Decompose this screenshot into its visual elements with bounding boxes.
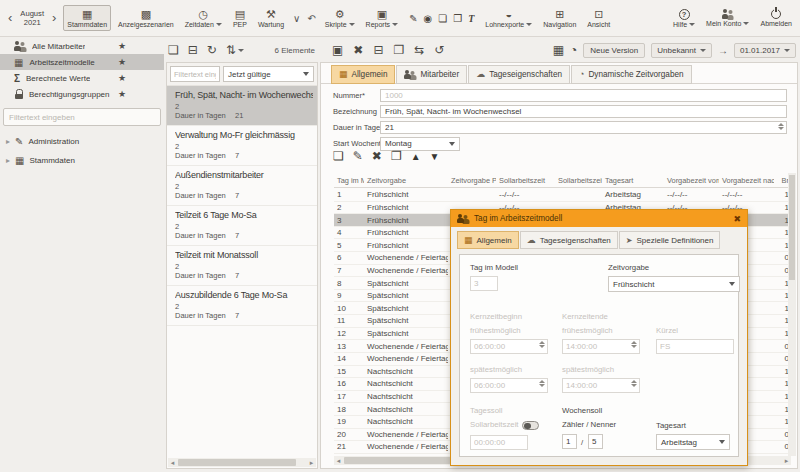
stammdaten-button[interactable]: ▦Stammdaten: [63, 5, 111, 31]
favorite-star-icon[interactable]: ★: [118, 89, 126, 99]
time-stepper[interactable]: [537, 380, 546, 388]
worktime-model-item[interactable]: Früh, Spät, Nacht- im Wochenwechsel 2 Da…: [167, 86, 317, 126]
zeitvorgabe-select[interactable]: Frühschicht: [608, 276, 740, 292]
new-version-button[interactable]: Neue Version: [583, 43, 645, 58]
history-button[interactable]: ↺: [434, 43, 444, 57]
time-stepper[interactable]: [537, 341, 546, 349]
ansicht-button[interactable]: ⊡Ansicht: [583, 5, 614, 31]
print-button[interactable]: ⊟: [188, 43, 198, 57]
detail-tab[interactable]: Allgemein: [331, 65, 395, 84]
delete-day-button[interactable]: ✖: [372, 149, 382, 163]
dialog-tab[interactable]: Tageseigenschaften: [520, 231, 618, 249]
dialog-tab[interactable]: Allgemein: [457, 231, 519, 249]
kuerzel-input[interactable]: [656, 339, 734, 354]
worktime-model-item[interactable]: Teilzeit mit Monatssoll 2 Dauer in Tagen…: [167, 246, 317, 286]
camera-button[interactable]: ◉: [424, 13, 433, 24]
tree-item[interactable]: ▸ Stammdaten: [0, 155, 164, 166]
time-stepper[interactable]: [629, 380, 638, 388]
column-header[interactable]: Tagesart: [602, 176, 664, 185]
abmelden-button[interactable]: Abmelden: [756, 6, 796, 30]
edit-note-button[interactable]: ✎: [409, 13, 417, 24]
tree-expand-icon[interactable]: ▸: [6, 156, 10, 165]
column-header[interactable]: Tag im M▴: [334, 176, 364, 185]
save-button[interactable]: ▣: [332, 43, 343, 57]
sollarbeitszeit-toggle[interactable]: [522, 421, 539, 430]
column-header[interactable]: Zeitvorgabe Plan.: [448, 176, 496, 185]
list-horizontal-scrollbar[interactable]: ◂ ▸: [168, 458, 316, 467]
document-copy-button[interactable]: ❐: [453, 13, 462, 24]
next-month-button[interactable]: ›: [48, 3, 60, 33]
zeitdaten-button[interactable]: ◷Zeitdaten: [181, 5, 226, 31]
reports-button[interactable]: ▣Reports: [362, 5, 403, 31]
scrollbar-thumb[interactable]: [789, 175, 795, 280]
worktime-model-item[interactable]: Außendienstmitarbeiter 2 Dauer in Tagen7: [167, 166, 317, 206]
hilfe-button[interactable]: ?Hilfe: [669, 6, 699, 31]
worktime-model-item[interactable]: Verwaltung Mo-Fr gleichmässig 2 Dauer in…: [167, 126, 317, 166]
favorite-star-icon[interactable]: ★: [118, 57, 126, 67]
scroll-right-icon[interactable]: ▸: [307, 458, 316, 467]
version-from-select[interactable]: Unbekannt: [651, 43, 712, 58]
sort-button[interactable]: ⇅: [226, 43, 244, 57]
anzeigeszenarien-button[interactable]: ▩Anzeigeszenarien: [114, 5, 178, 31]
document-button[interactable]: ❏: [438, 13, 447, 24]
tree-item[interactable]: ▸ Administration: [0, 136, 164, 147]
undo-button[interactable]: ↶: [305, 13, 317, 24]
sidebar-filter-input[interactable]: [3, 108, 161, 126]
scroll-left-icon[interactable]: ◂: [334, 456, 343, 465]
mein-konto-button[interactable]: Mein Konto: [702, 6, 753, 30]
add-day-button[interactable]: ❏: [333, 149, 344, 163]
favorite-star-icon[interactable]: ★: [118, 73, 126, 83]
column-header[interactable]: Sollarbeitszeit Plan.: [555, 176, 602, 185]
detail-tab[interactable]: Dynamische Zeitvorgaben: [571, 65, 692, 84]
version-stats-icon[interactable]: ◔: [570, 43, 577, 57]
column-header[interactable]: Vorgabezeit vormitt: [664, 176, 719, 185]
toolbar-expand-button[interactable]: ∨: [291, 13, 302, 24]
pep-button[interactable]: ▤PEP: [229, 5, 251, 31]
copy-button[interactable]: ❐: [393, 43, 404, 57]
zaehler-input[interactable]: [562, 434, 577, 449]
tree-expand-icon[interactable]: ▸: [6, 137, 10, 146]
tagesart-select[interactable]: Arbeitstag: [656, 434, 730, 450]
move-up-button[interactable]: ▲: [411, 151, 421, 162]
detail-tab[interactable]: Mitarbeiter: [396, 65, 467, 84]
sidebar-item[interactable]: Berechtigungsgruppen ★: [0, 86, 164, 102]
move-down-button[interactable]: ▼: [430, 151, 440, 162]
wartung-button[interactable]: ⚒Wartung: [254, 5, 288, 31]
sidebar-item[interactable]: Berechnete Werte ★: [0, 70, 164, 86]
nummer-input[interactable]: [380, 89, 787, 102]
column-header[interactable]: Zeitvorgabe: [364, 176, 448, 185]
list-filter-input[interactable]: [170, 66, 220, 82]
prev-month-button[interactable]: ‹: [4, 3, 16, 33]
sidebar-item[interactable]: Arbeitszeitmodelle ★: [0, 54, 164, 70]
column-header[interactable]: Vorgabezeit nachm: [719, 176, 774, 185]
validity-filter-select[interactable]: Jetzt gültige: [223, 66, 314, 82]
dauer-input[interactable]: [380, 121, 787, 134]
worktime-model-item[interactable]: Teilzeit 6 Tage Mo-Sa 2 Dauer in Tagen7: [167, 206, 317, 246]
dialog-titlebar[interactable]: Tag im Arbeitszeitmodell ✖: [451, 210, 747, 227]
tag-im-modell-input[interactable]: [470, 276, 498, 291]
navigation-button[interactable]: ⊞Navigation: [539, 5, 580, 31]
column-header[interactable]: Sollarbeitszeit: [496, 176, 555, 185]
refresh-button[interactable]: ↻: [207, 43, 217, 57]
worktime-model-item[interactable]: Auszubildende 6 Tage Mo-Sa 2 Dauer in Ta…: [167, 286, 317, 326]
table-vertical-scrollbar[interactable]: [788, 173, 796, 456]
print-detail-button[interactable]: ⊟: [373, 43, 383, 57]
time-stepper[interactable]: [629, 341, 638, 349]
close-icon[interactable]: ✖: [733, 214, 741, 224]
sollarbeitszeit-input[interactable]: [470, 435, 528, 450]
text-button[interactable]: T: [468, 13, 474, 24]
detail-tab[interactable]: Tageseigenschaften: [468, 65, 570, 84]
version-to-select[interactable]: 01.01.2017: [734, 43, 796, 58]
edit-day-button[interactable]: ✎: [353, 149, 363, 163]
sidebar-item[interactable]: Alle Mitarbeiter ★: [0, 38, 164, 54]
favorite-star-icon[interactable]: ★: [118, 41, 126, 51]
scroll-left-icon[interactable]: ◂: [168, 458, 177, 467]
dialog-tab[interactable]: Spezielle Definitionen: [619, 231, 721, 249]
nenner-input[interactable]: [588, 434, 603, 449]
calendar-icon[interactable]: ▦: [553, 43, 564, 57]
copy-day-button[interactable]: ❐: [391, 149, 402, 163]
number-stepper[interactable]: [776, 123, 785, 131]
transfer-button[interactable]: ⇆: [414, 43, 424, 57]
scroll-right-icon[interactable]: ▸: [782, 456, 791, 465]
skripte-button[interactable]: ⚙Skripte: [321, 5, 359, 31]
